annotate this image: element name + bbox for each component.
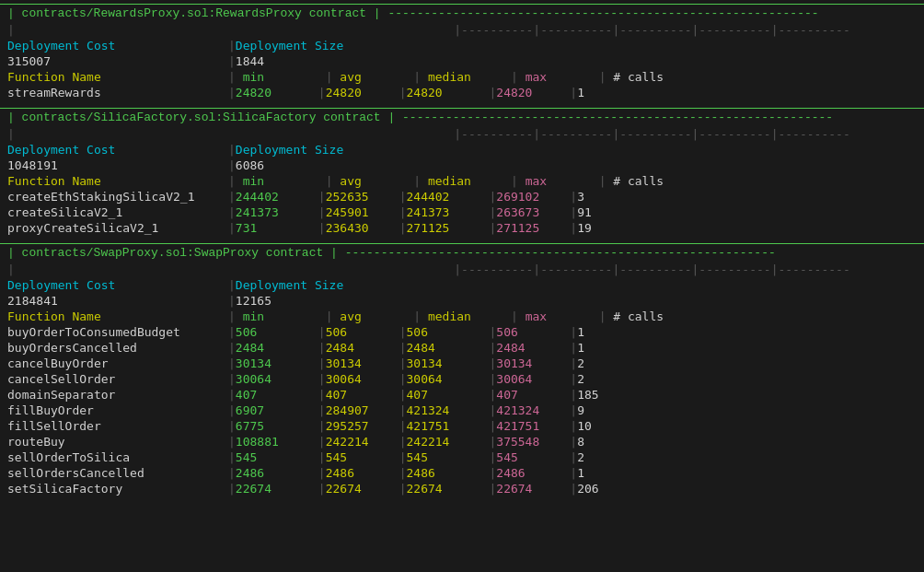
max-cell: 24820 bbox=[496, 86, 570, 99]
min-header: min bbox=[243, 70, 326, 84]
divider-row: | |----------|----------|----------|----… bbox=[0, 262, 924, 277]
table-row: fillBuyOrder| 6907| 284907| 421324| 4213… bbox=[0, 403, 924, 418]
calls-cell: 1 bbox=[577, 325, 651, 339]
function-name-cell: createEthStakingSilicaV2_1 bbox=[7, 190, 228, 204]
deployment-size-value: 12165 bbox=[236, 294, 456, 308]
function-name-cell: streamRewards bbox=[7, 86, 228, 99]
calls-cell: 91 bbox=[577, 205, 651, 219]
table-row: streamRewards| 24820| 24820| 24820| 2482… bbox=[0, 85, 924, 100]
deployment-values-row-rewards-proxy: 315007| 1844 bbox=[0, 53, 924, 69]
min-cell: 506 bbox=[236, 325, 318, 339]
section-header-swap-proxy: | contracts/SwapProxy.sol:SwapProxy cont… bbox=[0, 243, 924, 262]
median-cell: 24820 bbox=[406, 86, 489, 99]
deployment-values-row-silica-factory: 1048191| 6086 bbox=[0, 158, 924, 173]
median-cell: 271125 bbox=[406, 221, 489, 235]
deployment-cost-value: 2184841 bbox=[7, 294, 228, 308]
table-row: buyOrderToConsumedBudget| 506| 506| 506|… bbox=[0, 324, 924, 340]
avg-cell: 236430 bbox=[326, 221, 399, 235]
function-name-header: Function Name bbox=[7, 309, 228, 323]
max-cell: 30064 bbox=[496, 372, 570, 386]
max-cell: 2486 bbox=[496, 466, 570, 480]
min-cell: 731 bbox=[236, 221, 318, 235]
max-header: max bbox=[526, 309, 599, 323]
calls-header: # calls bbox=[613, 70, 687, 84]
max-cell: 506 bbox=[496, 325, 570, 339]
avg-cell: 22674 bbox=[326, 482, 399, 496]
deployment-size-value: 6086 bbox=[236, 158, 456, 172]
min-cell: 24820 bbox=[236, 86, 318, 99]
calls-cell: 10 bbox=[577, 419, 651, 433]
deployment-size-label: Deployment Size bbox=[236, 278, 456, 292]
calls-cell: 3 bbox=[577, 190, 651, 204]
calls-cell: 1 bbox=[577, 86, 651, 99]
min-cell: 244402 bbox=[236, 190, 318, 204]
col-header-row-swap-proxy: Function Name| min| avg| median| max| # … bbox=[0, 309, 924, 324]
avg-cell: 245901 bbox=[326, 205, 399, 219]
table-row: sellOrdersCancelled| 2486| 2486| 2486| 2… bbox=[0, 465, 924, 481]
avg-cell: 24820 bbox=[326, 86, 399, 99]
function-name-cell: setSilicaFactory bbox=[7, 482, 228, 496]
avg-cell: 506 bbox=[326, 325, 399, 339]
min-cell: 2484 bbox=[236, 341, 318, 355]
max-cell: 269102 bbox=[496, 190, 570, 204]
col-header-row-rewards-proxy: Function Name| min| avg| median| max| # … bbox=[0, 69, 924, 85]
min-cell: 6907 bbox=[236, 403, 318, 417]
avg-header: avg bbox=[340, 70, 413, 84]
median-cell: 2484 bbox=[406, 341, 489, 355]
median-header: median bbox=[428, 309, 511, 323]
section-swap-proxy: | contracts/SwapProxy.sol:SwapProxy cont… bbox=[0, 243, 924, 496]
calls-cell: 206 bbox=[577, 482, 651, 496]
calls-cell: 1 bbox=[577, 341, 651, 355]
deployment-cost-label: Deployment Cost bbox=[7, 39, 228, 53]
min-cell: 407 bbox=[236, 388, 318, 402]
calls-cell: 2 bbox=[577, 450, 651, 464]
function-name-cell: routeBuy bbox=[7, 435, 228, 449]
table-row: createSilicaV2_1| 241373| 245901| 241373… bbox=[0, 204, 924, 220]
calls-cell: 8 bbox=[577, 435, 651, 449]
max-cell: 2484 bbox=[496, 341, 570, 355]
function-name-cell: sellOrderToSilica bbox=[7, 450, 228, 464]
deployment-row-silica-factory: Deployment Cost| Deployment Size bbox=[0, 142, 924, 158]
median-cell: 506 bbox=[406, 325, 489, 339]
section-header-silica-factory: | contracts/SilicaFactory.sol:SilicaFact… bbox=[0, 108, 924, 126]
table-row: buyOrdersCancelled| 2484| 2484| 2484| 24… bbox=[0, 340, 924, 356]
calls-header: # calls bbox=[613, 174, 687, 188]
max-cell: 22674 bbox=[496, 482, 570, 496]
deployment-cost-label: Deployment Cost bbox=[7, 278, 228, 292]
deployment-row-swap-proxy: Deployment Cost| Deployment Size bbox=[0, 277, 924, 293]
table-row: setSilicaFactory| 22674| 22674| 22674| 2… bbox=[0, 481, 924, 496]
min-cell: 30064 bbox=[236, 372, 318, 386]
max-cell: 263673 bbox=[496, 205, 570, 219]
avg-cell: 252635 bbox=[326, 190, 399, 204]
avg-cell: 30064 bbox=[326, 372, 399, 386]
deployment-row-rewards-proxy: Deployment Cost| Deployment Size bbox=[0, 38, 924, 53]
table-row: createEthStakingSilicaV2_1| 244402| 2526… bbox=[0, 189, 924, 204]
table-row: cancelSellOrder| 30064| 30064| 30064| 30… bbox=[0, 371, 924, 387]
median-cell: 30134 bbox=[406, 356, 489, 370]
function-name-header: Function Name bbox=[7, 70, 228, 84]
min-cell: 2486 bbox=[236, 466, 318, 480]
max-cell: 407 bbox=[496, 388, 570, 402]
median-cell: 22674 bbox=[406, 482, 489, 496]
avg-header: avg bbox=[340, 174, 413, 188]
calls-cell: 185 bbox=[577, 388, 651, 402]
min-cell: 6775 bbox=[236, 419, 318, 433]
max-cell: 271125 bbox=[496, 221, 570, 235]
min-cell: 108881 bbox=[236, 435, 318, 449]
median-cell: 421751 bbox=[406, 419, 489, 433]
max-cell: 30134 bbox=[496, 356, 570, 370]
calls-cell: 1 bbox=[577, 466, 651, 480]
min-cell: 241373 bbox=[236, 205, 318, 219]
avg-cell: 295257 bbox=[326, 419, 399, 433]
table-row: sellOrderToSilica| 545| 545| 545| 545| 2 bbox=[0, 449, 924, 465]
calls-cell: 2 bbox=[577, 372, 651, 386]
deployment-values-row-swap-proxy: 2184841| 12165 bbox=[0, 293, 924, 309]
deployment-size-label: Deployment Size bbox=[236, 39, 456, 53]
median-cell: 545 bbox=[406, 450, 489, 464]
calls-header: # calls bbox=[613, 309, 687, 323]
avg-cell: 545 bbox=[326, 450, 399, 464]
table-row: fillSellOrder| 6775| 295257| 421751| 421… bbox=[0, 418, 924, 434]
function-name-cell: createSilicaV2_1 bbox=[7, 205, 228, 219]
avg-cell: 284907 bbox=[326, 403, 399, 417]
avg-cell: 2486 bbox=[326, 466, 399, 480]
